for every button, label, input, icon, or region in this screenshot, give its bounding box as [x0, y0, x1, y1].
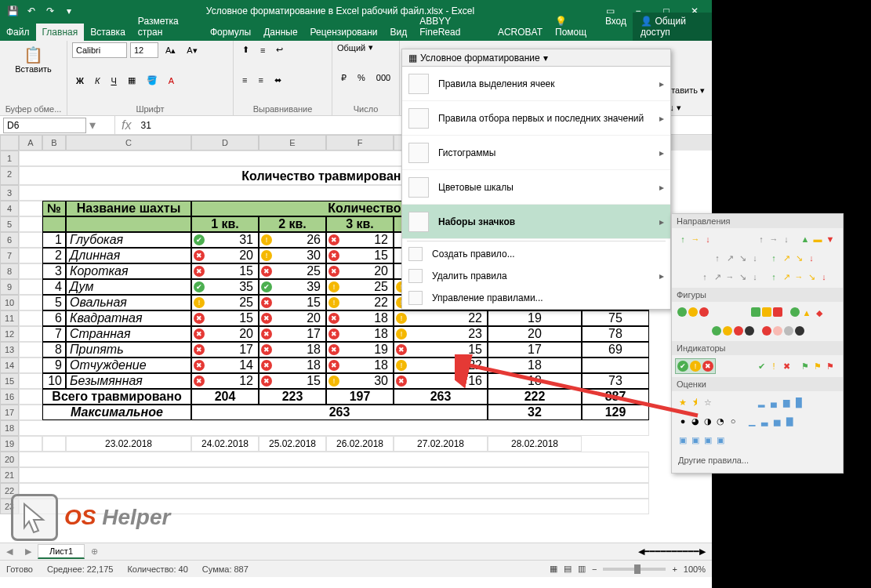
undo-icon[interactable]: ↶	[25, 5, 38, 17]
cell-value[interactable]: ✖16	[394, 373, 488, 389]
cell-num[interactable]: 1	[42, 232, 66, 248]
cell-value[interactable]: ✖18	[326, 326, 394, 342]
view-layout-icon[interactable]: ▤	[564, 564, 572, 574]
cell-value[interactable]: ✖18	[326, 310, 394, 326]
wrap-text-icon[interactable]: ↩	[272, 42, 287, 57]
iconset-4ratings[interactable]: ▂▄▆█	[753, 394, 807, 410]
decrease-font-icon[interactable]: A▾	[183, 43, 201, 58]
cell-value[interactable]: ✖20	[259, 310, 326, 326]
iconset-3traffic-rimmed[interactable]	[749, 305, 785, 321]
tab-review[interactable]: Рецензировани	[304, 24, 384, 41]
cell-value[interactable]: ✔39	[259, 279, 326, 295]
save-icon[interactable]: 💾	[6, 5, 19, 17]
iconset-3arrows-color[interactable]: ↑→↓	[675, 231, 716, 247]
share-button[interactable]: 👤 Общий доступ	[633, 13, 712, 41]
cf-new-rule[interactable]: Создать правило...	[402, 243, 670, 265]
bold-button[interactable]: Ж	[72, 74, 88, 88]
hscroll-left-icon[interactable]: ◀	[638, 546, 644, 557]
tab-abbyy[interactable]: ABBYY FineRead	[413, 13, 492, 41]
row-header[interactable]: 21	[0, 467, 19, 483]
cell-value[interactable]: ✔35	[191, 279, 259, 295]
cell-value[interactable]: ✖15	[191, 263, 259, 279]
cell-value[interactable]: 20	[488, 326, 582, 342]
iconset-5arrows-gray[interactable]: ↑↗→↘↓	[697, 269, 763, 285]
view-break-icon[interactable]: ▥	[578, 564, 586, 574]
zoom-out-icon[interactable]: −	[592, 564, 597, 574]
cell-value[interactable]: !22	[394, 310, 488, 326]
zoom-slider[interactable]	[603, 568, 666, 571]
row-header[interactable]: 15	[0, 373, 19, 389]
iconset-3traffic-unrimmed[interactable]	[675, 305, 711, 321]
row-header[interactable]: 12	[0, 326, 19, 342]
cell-value[interactable]: ✖17	[259, 326, 326, 342]
font-name-input[interactable]	[72, 42, 127, 58]
cell-value[interactable]: 19	[488, 310, 582, 326]
number-format[interactable]: Общий	[337, 43, 365, 53]
iconset-3flags[interactable]: ⚑⚑⚑	[797, 358, 838, 374]
cell-value[interactable]	[582, 358, 649, 373]
iconset-5boxes[interactable]: ▣▣▣▣	[675, 432, 728, 448]
cell-value[interactable]: ✖12	[191, 373, 259, 389]
cell-name[interactable]: Овальная	[66, 295, 191, 310]
comma-icon[interactable]: 000	[372, 71, 394, 85]
cell-value[interactable]: ✖20	[191, 326, 259, 342]
row-header[interactable]: 1	[0, 151, 19, 166]
font-size-input[interactable]	[130, 42, 158, 58]
zoom-in-icon[interactable]: +	[672, 564, 677, 574]
cell-value[interactable]: ✔31	[191, 232, 259, 248]
cell-num[interactable]: 8	[42, 342, 66, 358]
cell-num[interactable]: 7	[42, 326, 66, 342]
cell-value[interactable]: !22	[326, 295, 394, 310]
cell-value[interactable]: ✖15	[394, 342, 488, 358]
align-top-icon[interactable]: ⬆	[238, 42, 253, 57]
row-header[interactable]: 10	[0, 295, 19, 310]
cell-value[interactable]: !26	[259, 232, 326, 248]
cell-num[interactable]: 9	[42, 358, 66, 373]
cell-value[interactable]: !25	[326, 279, 394, 295]
iconset-more-rules[interactable]: Другие правила...	[672, 451, 843, 470]
row-header[interactable]: 19	[0, 436, 19, 452]
increase-font-icon[interactable]: A▴	[161, 43, 180, 58]
merge-icon[interactable]: ⬌	[270, 73, 285, 88]
cell-name[interactable]: Глубокая	[66, 232, 191, 248]
align-left-icon[interactable]: ≡	[238, 73, 251, 87]
cell-value[interactable]: ✖18	[259, 342, 326, 358]
currency-icon[interactable]: ₽	[337, 71, 350, 85]
cell-name[interactable]: Длинная	[66, 248, 191, 263]
sheet-tab[interactable]: Лист1	[38, 544, 85, 559]
cell-value[interactable]: ✖14	[191, 358, 259, 373]
cell-num[interactable]: 10	[42, 373, 66, 389]
cell-value[interactable]: 69	[582, 342, 649, 358]
cell-value[interactable]: 17	[488, 342, 582, 358]
redo-icon[interactable]: ↷	[44, 5, 56, 17]
cell-value[interactable]: !30	[259, 248, 326, 263]
cell-value[interactable]: !25	[191, 295, 259, 310]
italic-button[interactable]: К	[91, 74, 103, 88]
new-sheet-icon[interactable]: ⊕	[85, 546, 104, 557]
cell-num[interactable]: 3	[42, 263, 66, 279]
row-header[interactable]: 16	[0, 389, 19, 405]
cf-highlight-rules[interactable]: Правила выделения ячеек▸	[402, 67, 670, 101]
cell-value[interactable]: ✖15	[259, 373, 326, 389]
iconset-5ratings[interactable]: ▁▃▅▇	[744, 413, 797, 429]
cf-manage-rules[interactable]: Управление правилами...	[402, 287, 670, 309]
iconset-3stars[interactable]: ★⯨☆	[675, 394, 716, 410]
col-header-b[interactable]: B	[42, 135, 66, 151]
tab-layout[interactable]: Разметка стран	[132, 13, 204, 41]
cell-name[interactable]: Отчуждение	[66, 358, 191, 373]
col-header-d[interactable]: D	[191, 135, 259, 151]
underline-button[interactable]: Ч	[107, 74, 120, 88]
row-header[interactable]: 11	[0, 310, 19, 326]
sheet-nav-prev-icon[interactable]: ◀	[0, 546, 19, 557]
row-header[interactable]: 18	[0, 420, 19, 436]
qat-dropdown-icon[interactable]: ▾	[63, 5, 75, 17]
cell-name[interactable]: Квадратная	[66, 310, 191, 326]
tell-me[interactable]: 💡 Помощ	[549, 13, 599, 41]
row-header[interactable]: 5	[0, 216, 19, 232]
cell-value[interactable]: ✖15	[259, 295, 326, 310]
iconset-3triangles[interactable]: ▲▬▼	[797, 231, 838, 247]
cell-name[interactable]: Припять	[66, 342, 191, 358]
iconset-3signs[interactable]: ▲◆	[788, 305, 827, 321]
tab-view[interactable]: Вид	[384, 24, 414, 41]
row-header[interactable]: 7	[0, 248, 19, 263]
